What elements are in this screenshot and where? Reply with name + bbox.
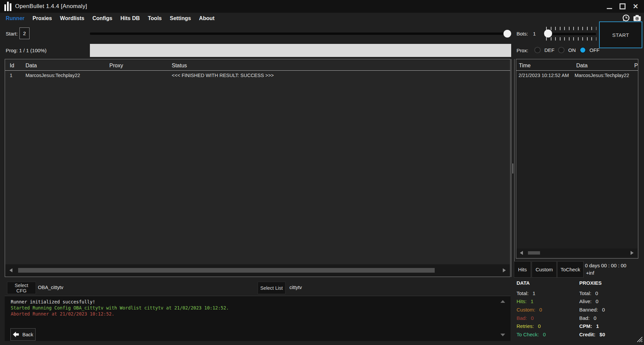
camera-icon[interactable] (633, 13, 642, 22)
column-header-data[interactable]: Data (25, 63, 37, 69)
bots-slider-thumb[interactable] (544, 29, 552, 38)
stat-credit: Credit:$0 (579, 330, 605, 339)
stat-retries: Retries:0 (517, 322, 546, 330)
stat-cpm: CPM:1 (579, 322, 605, 330)
column-header-hits-proxy[interactable]: Pr (634, 63, 638, 69)
resize-grip-icon[interactable] (635, 335, 643, 344)
stat-hits: Hits:1 (517, 297, 546, 306)
hits-table: Time Data Pr 2/21/2023 10:12:52 AM Marco… (516, 59, 638, 259)
scroll-left-icon[interactable] (520, 251, 523, 255)
progress-label: Prog: 1 / 1 (100%) (6, 48, 47, 53)
progress-fill (90, 44, 511, 57)
log-line: Aborted Runner at 21/02/2023 10:12:52. (11, 311, 511, 317)
bots-slider-ticks-top (546, 27, 596, 30)
menu-runner[interactable]: Runner (6, 15, 24, 21)
stat-proxy-bad: Bad:0 (579, 314, 605, 322)
start-button[interactable]: START (599, 21, 642, 48)
proxy-on-radio[interactable] (558, 47, 565, 53)
proxy-on-label: ON (568, 47, 576, 53)
back-label: Back (22, 332, 33, 337)
select-list-button[interactable]: Select List (258, 282, 285, 294)
stat-total: Total:1 (517, 289, 546, 297)
proxy-mode-group: DEF ON OFF (534, 47, 600, 53)
scrollbar-thumb[interactable] (528, 251, 540, 255)
bots-label: Bots: (517, 31, 528, 37)
data-stats-title: DATA (517, 280, 546, 289)
tab-tocheck[interactable]: ToCheck (557, 261, 584, 278)
column-header-time[interactable]: Time (519, 63, 531, 69)
scrollbar-thumb[interactable] (18, 268, 435, 273)
scroll-left-icon[interactable] (9, 268, 12, 272)
log-scroll-up-icon[interactable] (500, 300, 505, 303)
minimize-button[interactable] (605, 2, 614, 11)
cell-status: <<< FINISHED WITH RESULT: SUCCESS >>> (172, 73, 274, 78)
cell-data: MarcosJesus:Techplay22 (25, 73, 80, 78)
maximize-button[interactable] (618, 2, 627, 11)
bots-value: 1 (533, 31, 536, 37)
tab-custom[interactable]: Custom (532, 261, 557, 278)
hits-horizontal-scrollbar[interactable] (517, 249, 638, 257)
results-horizontal-scrollbar[interactable] (5, 264, 510, 276)
proxies-stats: PROXIES Total:0 Alive:0 Banned:0 Bad:0 C… (579, 280, 605, 339)
prox-label: Prox: (517, 48, 528, 53)
proxy-off-radio[interactable] (580, 47, 586, 53)
minimize-icon (607, 8, 612, 9)
titlebar: OpenBullet 1.4.4 [Anomaly] ✕ (0, 0, 644, 13)
window-controls: ✕ (605, 2, 644, 11)
column-header-id[interactable]: Id (10, 63, 14, 69)
openbullet-logo-icon (4, 2, 11, 11)
menu-hits-db[interactable]: Hits DB (120, 15, 140, 21)
log-scroll-down-icon[interactable] (500, 334, 505, 336)
column-header-proxy[interactable]: Proxy (109, 63, 123, 69)
log-line: Started Running Config OBA_cittytv with … (11, 305, 511, 311)
tab-hits[interactable]: Hits (514, 261, 531, 278)
menu-proxies[interactable]: Proxies (33, 15, 52, 21)
column-header-hits-data[interactable]: Data (576, 63, 588, 69)
selected-config-value: OBA_cittytv (38, 285, 63, 290)
column-header-status[interactable]: Status (172, 63, 187, 69)
menu-configs[interactable]: Configs (92, 15, 112, 21)
close-button[interactable]: ✕ (631, 2, 640, 11)
titlebar-tools (622, 13, 642, 22)
progress-bar (90, 44, 511, 57)
data-stats: DATA Total:1 Hits:1 Custom:0 Bad:0 Retri… (517, 280, 546, 339)
start-slider-thumb[interactable] (503, 30, 511, 38)
menu-wordlists[interactable]: Wordlists (60, 15, 85, 21)
proxy-def-label: DEF (544, 47, 554, 53)
results-table: Id Data Proxy Status 1 MarcosJesus:Techp… (5, 59, 511, 277)
stat-custom: Custom:0 (517, 305, 546, 314)
history-clock-icon[interactable] (622, 13, 631, 22)
panel-splitter[interactable] (511, 59, 515, 277)
proxy-def-radio[interactable] (534, 47, 541, 53)
runner-log: Runner initialized succesfully! Started … (5, 296, 511, 341)
scroll-right-icon[interactable] (631, 251, 634, 255)
stat-proxy-banned: Banned:0 (579, 305, 605, 314)
stat-proxy-total: Total:0 (579, 289, 605, 297)
app-window: OpenBullet 1.4.4 [Anomaly] ✕ Runner Prox… (0, 0, 644, 345)
select-cfg-button[interactable]: Select CFG (7, 282, 36, 294)
start-label: Start: (6, 31, 18, 37)
proxy-off-label: OFF (590, 47, 600, 53)
menu-settings[interactable]: Settings (170, 15, 191, 21)
close-icon: ✕ (633, 3, 639, 10)
splitter-handle[interactable] (513, 163, 513, 174)
menu-about[interactable]: About (199, 15, 214, 21)
header-divider (516, 70, 638, 71)
header-divider (5, 70, 510, 71)
back-arrow-icon (13, 331, 20, 338)
menubar: Runner Proxies Wordlists Configs Hits DB… (0, 13, 644, 24)
start-slider-track[interactable] (90, 32, 507, 35)
stat-bad: Bad:0 (517, 314, 546, 322)
log-line: Runner initialized succesfully! (11, 299, 511, 305)
selected-wordlist-value: cittytv (289, 285, 302, 290)
back-button[interactable]: Back (10, 328, 36, 341)
start-position-input[interactable] (19, 27, 30, 39)
stat-proxy-alive: Alive:0 (579, 297, 605, 306)
scroll-right-icon[interactable] (503, 268, 506, 272)
window-title: OpenBullet 1.4.4 [Anomaly] (15, 3, 87, 10)
menu-tools[interactable]: Tools (148, 15, 162, 21)
stat-tocheck: To Check:0 (517, 330, 546, 339)
maximize-icon (620, 3, 626, 9)
cell-id: 1 (10, 73, 12, 78)
bots-slider-ticks-bottom (546, 37, 596, 41)
